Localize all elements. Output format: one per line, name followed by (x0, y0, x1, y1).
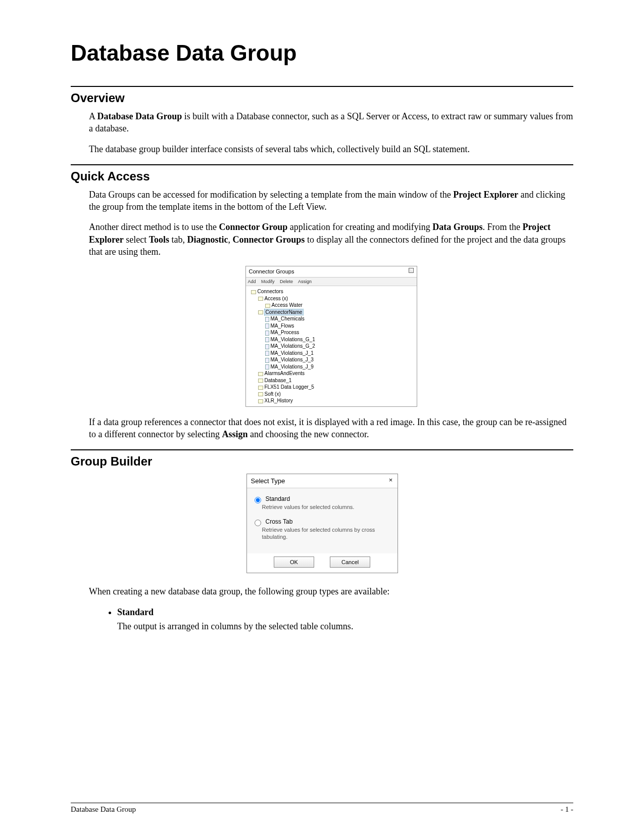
connector-groups-window: Connector Groups Add Modify Delete Assig… (245, 266, 417, 406)
cancel-button[interactable]: Cancel (330, 557, 370, 568)
divider (71, 164, 573, 165)
tree-node[interactable]: ConnectorName (251, 309, 414, 316)
folder-icon (258, 379, 263, 383)
folder-icon (265, 304, 270, 308)
folder-icon (258, 310, 263, 314)
tree-node[interactable]: Connectors (251, 288, 414, 295)
close-icon[interactable]: × (387, 477, 394, 484)
tree-node[interactable]: Access Water (251, 302, 414, 309)
folder-icon (251, 290, 256, 294)
overview-body: A Database Data Group is built with a Da… (71, 110, 573, 155)
option-label: Cross Tab (266, 518, 293, 525)
bold-text: Diagnostic (187, 235, 228, 245)
group-type-list: Standard The output is arranged in colum… (89, 606, 573, 633)
overview-p1: A Database Data Group is built with a Da… (89, 110, 573, 135)
tree-node[interactable]: MA_Process (251, 329, 414, 336)
dialog-title-bar: Select Type × (247, 474, 398, 488)
group-builder-body: When creating a new database data group,… (71, 585, 573, 632)
toolbar-delete-button[interactable]: Delete (280, 279, 293, 284)
bold-text: Connector Groups (233, 235, 305, 245)
option-cross-tab[interactable]: Cross Tab Retrieve values for selected c… (252, 518, 392, 541)
quick-access-p3: If a data group references a connector t… (89, 416, 573, 441)
bold-text: Database Data Group (97, 111, 184, 121)
file-icon (265, 317, 269, 322)
footer-page-number: - 1 - (561, 805, 573, 814)
tree-node[interactable]: FLX51 Data Logger_5 (251, 384, 414, 391)
tree-node-label: MA_Violations_J_3 (271, 357, 314, 362)
tree-node-label: ConnectorName (265, 309, 304, 315)
page-title: Database Data Group (71, 40, 573, 66)
option-standard[interactable]: Standard Retrieve values for selected co… (252, 495, 392, 511)
folder-icon (258, 297, 263, 301)
option-label: Standard (266, 495, 290, 502)
tree-node-label: XLR_History (265, 398, 293, 403)
divider (71, 449, 573, 450)
list-item-lead: Standard (117, 607, 154, 617)
text: tab, (169, 235, 187, 245)
text: application for creating and modifying (287, 222, 432, 232)
tree-node-label: MA_Flows (271, 323, 294, 329)
folder-icon (258, 386, 263, 390)
file-icon (265, 323, 269, 329)
dialog-title: Select Type (251, 477, 285, 485)
tree-node-label: FLX51 Data Logger_5 (265, 384, 314, 390)
window-control-icon[interactable] (409, 268, 414, 273)
tree-node[interactable]: MA_Chemicals (251, 315, 414, 322)
text: select (124, 235, 149, 245)
text: . From the (482, 222, 522, 232)
dialog-body: Standard Retrieve values for selected co… (247, 488, 398, 553)
tree-node[interactable]: MA_Violations_G_2 (251, 343, 414, 350)
connector-tree[interactable]: ConnectorsAccess (x)Access WaterConnecto… (246, 286, 417, 406)
tree-node[interactable]: MA_Violations_J_1 (251, 350, 414, 357)
list-item: Standard The output is arranged in colum… (117, 606, 573, 633)
toolbar-assign-button[interactable]: Assign (298, 279, 312, 284)
toolbar-add-button[interactable]: Add (248, 279, 256, 284)
tree-node[interactable]: Soft (x) (251, 391, 414, 398)
tree-node-label: Connectors (258, 289, 283, 294)
tree-node[interactable]: AlarmsAndEvents (251, 370, 414, 377)
dialog-actions: OK Cancel (247, 553, 398, 573)
ok-button[interactable]: OK (274, 557, 314, 568)
section-heading-overview: Overview (71, 91, 573, 105)
tree-node-label: MA_Violations_G_1 (271, 337, 315, 342)
bold-text: Project Explorer (453, 190, 518, 200)
tree-node-label: MA_Process (271, 330, 300, 335)
toolbar-modify-button[interactable]: Modify (261, 279, 275, 284)
tree-node[interactable]: MA_Violations_J_9 (251, 363, 414, 370)
quick-access-p1: Data Groups can be accessed for modifica… (89, 189, 573, 213)
group-builder-intro: When creating a new database data group,… (89, 585, 573, 597)
section-heading-group-builder: Group Builder (71, 454, 573, 469)
text: A (89, 111, 97, 121)
tree-node-label: Soft (x) (265, 391, 281, 397)
tree-node[interactable]: MA_Flows (251, 322, 414, 330)
text: , (228, 235, 233, 245)
divider (71, 86, 573, 87)
quick-access-p2: Another direct method is to use the Conn… (89, 221, 573, 258)
tree-node-label: Access Water (272, 302, 303, 308)
option-description: Retrieve values for selected columns by … (252, 526, 392, 541)
folder-icon (258, 392, 263, 396)
file-icon (265, 358, 269, 363)
tree-node-label: MA_Violations_G_2 (271, 343, 315, 349)
tree-node[interactable]: MA_Violations_J_3 (251, 356, 414, 363)
radio-cross-tab[interactable] (255, 520, 261, 526)
text: and choosing the new connector. (248, 429, 369, 439)
tree-node-label: AlarmsAndEvents (265, 370, 305, 376)
tree-node[interactable]: MA_Violations_G_1 (251, 336, 414, 343)
text: Another direct method is to use the (89, 222, 219, 232)
file-icon (265, 344, 269, 349)
tree-node[interactable]: Database_1 (251, 377, 414, 384)
folder-icon (258, 399, 263, 403)
quick-access-body: Data Groups can be accessed for modifica… (71, 189, 573, 441)
tree-node[interactable]: Access (x) (251, 295, 414, 302)
tree-node-label: Database_1 (265, 378, 292, 383)
text: Data Groups can be accessed for modifica… (89, 190, 453, 200)
bold-text: Tools (149, 235, 169, 245)
folder-icon (258, 372, 263, 376)
tree-node[interactable]: XLR_History (251, 397, 414, 404)
bold-text: Data Groups (432, 222, 482, 232)
tree-node-label: MA_Violations_J_9 (271, 364, 314, 369)
tree-node-label: MA_Chemicals (271, 316, 305, 321)
file-icon (265, 337, 269, 342)
radio-standard[interactable] (255, 497, 261, 503)
